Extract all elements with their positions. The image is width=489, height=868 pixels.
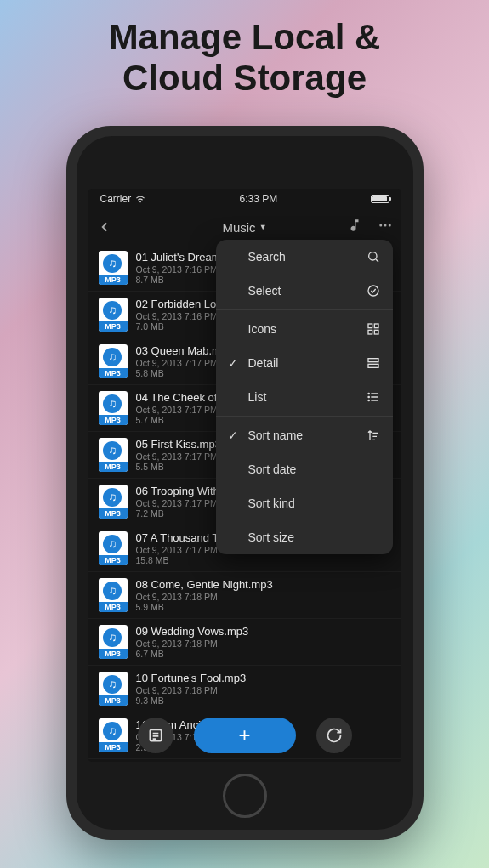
sync-button[interactable] — [316, 718, 352, 753]
file-size: 9.3 MB — [136, 695, 391, 706]
mp3-file-icon: ♫ — [99, 578, 128, 612]
file-size: 5.9 MB — [136, 602, 391, 612]
checkmark-icon: ✓ — [228, 356, 243, 370]
home-button[interactable] — [223, 774, 267, 818]
search-icon — [366, 250, 381, 264]
svg-point-1 — [384, 224, 386, 227]
file-size: 6.7 MB — [136, 649, 391, 659]
svg-point-16 — [368, 396, 369, 397]
menu-sort-kind[interactable]: Sort kind — [216, 486, 393, 520]
phone-frame: Carrier 6:33 PM Music ▼ — [66, 126, 424, 840]
svg-line-4 — [376, 259, 378, 262]
mp3-file-icon: ♫ — [99, 672, 128, 706]
hero-title: Manage Local & Cloud Storage — [0, 0, 489, 99]
grid-icon — [366, 322, 381, 336]
mp3-file-icon: ♫ — [99, 531, 128, 565]
svg-rect-11 — [368, 364, 378, 367]
check-circle-icon — [366, 284, 381, 298]
file-row[interactable]: ♫09 Wedding Vows.mp3Oct 9, 2013 7:18 PM6… — [88, 619, 401, 666]
mp3-file-icon: ♫ — [99, 485, 128, 519]
file-name: 09 Wedding Vows.mp3 — [136, 625, 391, 638]
clock: 6:33 PM — [239, 193, 277, 205]
checkmark-icon: ✓ — [228, 428, 243, 442]
menu-select[interactable]: Select — [216, 274, 393, 308]
svg-point-2 — [388, 224, 390, 227]
battery-icon — [371, 195, 389, 203]
menu-icons-view[interactable]: Icons — [216, 312, 393, 346]
context-menu: Search Select Icons — [216, 240, 393, 554]
music-icon[interactable] — [347, 218, 362, 236]
file-date: Oct 9, 2013 7:18 PM — [136, 685, 391, 695]
file-row[interactable]: ♫10 Fortune's Fool.mp3Oct 9, 2013 7:18 P… — [88, 666, 401, 712]
menu-sort-name[interactable]: ✓ Sort name — [216, 418, 393, 452]
mp3-file-icon: ♫ — [99, 625, 128, 659]
menu-sort-date[interactable]: Sort date — [216, 452, 393, 486]
svg-rect-7 — [374, 324, 378, 328]
detail-view-icon — [366, 356, 381, 370]
add-button[interactable]: + — [194, 718, 296, 753]
svg-point-15 — [368, 393, 369, 394]
status-bar: Carrier 6:33 PM — [88, 189, 401, 209]
file-name: 08 Come, Gentle Night.mp3 — [136, 578, 391, 591]
wifi-icon — [134, 192, 146, 207]
svg-rect-10 — [368, 359, 378, 362]
queue-button[interactable] — [138, 718, 173, 753]
list-icon — [366, 390, 381, 404]
menu-search[interactable]: Search — [216, 240, 393, 274]
mp3-file-icon: ♫ — [99, 438, 128, 472]
file-date: Oct 9, 2013 7:18 PM — [136, 592, 391, 602]
mp3-file-icon: ♫ — [99, 391, 128, 425]
svg-point-17 — [368, 400, 369, 400]
back-button[interactable] — [97, 219, 121, 235]
mp3-file-icon: ♫ — [99, 298, 128, 332]
carrier-label: Carrier — [100, 193, 132, 205]
svg-point-5 — [368, 286, 378, 296]
file-date: Oct 9, 2013 7:18 PM — [136, 638, 391, 649]
sort-asc-icon — [366, 428, 381, 442]
svg-rect-6 — [368, 324, 372, 328]
mp3-file-icon: ♫ — [99, 344, 128, 378]
file-size: 15.8 MB — [136, 555, 391, 565]
nav-title-dropdown[interactable]: Music ▼ — [222, 220, 266, 235]
menu-detail-view[interactable]: ✓ Detail — [216, 346, 393, 380]
menu-list-view[interactable]: List — [216, 380, 393, 414]
svg-point-3 — [368, 252, 376, 260]
file-name: 10 Fortune's Fool.mp3 — [136, 672, 391, 684]
more-icon[interactable] — [378, 218, 393, 236]
bottom-toolbar: + — [88, 718, 401, 753]
file-row[interactable]: ♫08 Come, Gentle Night.mp3Oct 9, 2013 7:… — [88, 572, 401, 619]
app-screen: Carrier 6:33 PM Music ▼ — [88, 189, 401, 762]
mp3-file-icon: ♫ — [99, 251, 128, 285]
svg-rect-8 — [368, 330, 372, 334]
svg-rect-9 — [374, 330, 378, 334]
menu-sort-size[interactable]: Sort size — [216, 520, 393, 554]
caret-down-icon: ▼ — [259, 223, 267, 231]
svg-point-0 — [379, 224, 382, 227]
